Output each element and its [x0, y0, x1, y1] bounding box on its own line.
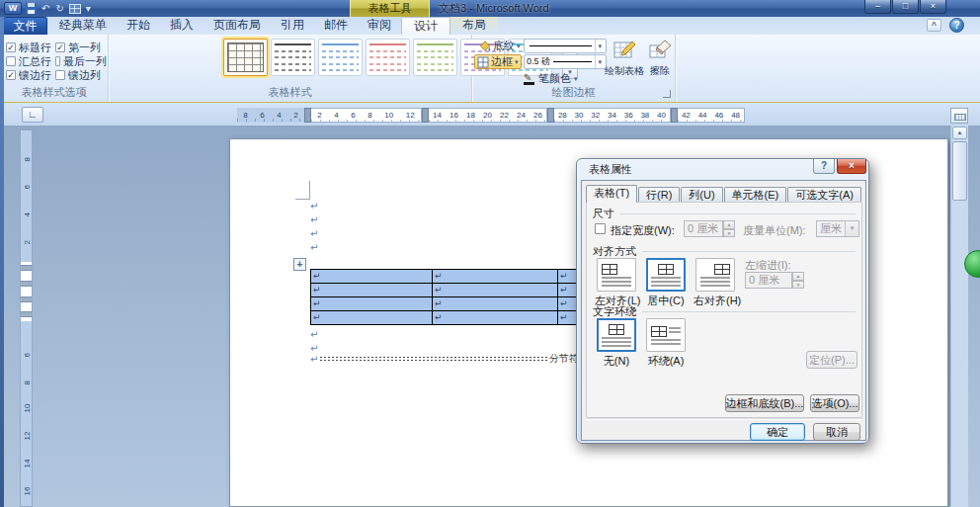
checkbox-icon[interactable]: ✓	[55, 42, 65, 52]
borders-dropdown-icon[interactable]: ▾	[515, 58, 519, 66]
table-column-marker[interactable]	[547, 108, 554, 123]
checkbox-icon[interactable]: ✓	[6, 42, 16, 52]
vertical-scrollbar[interactable]: ▲	[950, 126, 968, 507]
undo-icon[interactable]: ↶	[41, 2, 50, 15]
table-row-marker[interactable]	[21, 265, 32, 271]
qat-customize-dropdown-icon[interactable]: ▾	[85, 2, 92, 15]
ok-button[interactable]: 确定	[750, 423, 805, 441]
width-value-field[interactable]: 0 厘米	[684, 220, 723, 237]
minimize-ribbon-icon[interactable]: ^	[927, 19, 941, 32]
dialog-close-icon[interactable]: ×	[837, 159, 866, 174]
help-icon[interactable]: ?	[949, 18, 964, 33]
line-weight-combo[interactable]: 0.5 磅 ▾	[524, 54, 607, 69]
file-tab[interactable]: 文件	[3, 17, 47, 35]
dialog-launcher-icon[interactable]	[663, 90, 671, 98]
alignment-option[interactable]: 左对齐(L)	[595, 258, 638, 308]
line-style-combo[interactable]: ▾	[524, 39, 607, 53]
style-option[interactable]: ✓第一列	[55, 41, 107, 54]
draw-table-button[interactable]: 绘制表格	[603, 38, 646, 85]
qat-table-icon[interactable]	[69, 4, 81, 14]
style-option[interactable]: 镶边列	[55, 68, 107, 82]
cancel-button[interactable]: 取消	[813, 423, 860, 441]
dialog-tab[interactable]: 列(U)	[681, 187, 722, 203]
measure-unit-dropdown-icon[interactable]: ▼	[845, 221, 858, 236]
dialog-help-icon[interactable]: ?	[813, 159, 835, 174]
alignment-option[interactable]: 右对齐(H)	[694, 258, 737, 308]
borders-button[interactable]: 边框 ▾	[474, 54, 522, 69]
table-cell[interactable]: ↵	[311, 284, 433, 297]
table-cell[interactable]: ↵	[433, 311, 558, 325]
alignment-option-tile[interactable]	[695, 258, 735, 292]
checkbox-icon[interactable]	[6, 56, 16, 66]
table-column-marker[interactable]	[422, 108, 429, 123]
ribbon-tab[interactable]: 审阅	[358, 17, 401, 35]
ribbon-tab[interactable]: 经典菜单	[49, 17, 117, 35]
borders-and-shading-button[interactable]: 边框和底纹(B)...	[725, 394, 804, 412]
table-style-light-shading-blue[interactable]	[318, 39, 363, 76]
redo-icon[interactable]: ↻	[54, 2, 64, 15]
wrapping-option[interactable]: 无(N)	[595, 318, 638, 369]
tab-stop-selector[interactable]: ∟	[22, 107, 43, 123]
table-row-marker[interactable]	[21, 281, 32, 287]
ribbon-tab[interactable]: 邮件	[314, 17, 358, 35]
ribbon-tab[interactable]: 插入	[160, 17, 204, 35]
options-button[interactable]: 选项(O)...	[810, 394, 859, 412]
table-properties-dialog[interactable]: 表格属性 ? × 表格(T)行(R)列(U)单元格(E)可选文字(A) 尺寸 指…	[576, 158, 869, 444]
table-row-marker[interactable]	[21, 311, 32, 317]
close-button[interactable]: ×	[920, 0, 946, 14]
table-move-handle[interactable]: +	[293, 258, 306, 271]
scroll-up-icon[interactable]: ▲	[952, 127, 967, 139]
maximize-button[interactable]: □	[892, 0, 919, 14]
table-column-marker[interactable]	[304, 108, 311, 123]
style-option[interactable]: ✓标题行	[6, 41, 55, 54]
table-column-marker[interactable]	[671, 108, 678, 123]
wrapping-option-tile[interactable]	[646, 318, 686, 352]
table-cell[interactable]: ↵	[433, 284, 558, 297]
save-icon[interactable]	[26, 3, 37, 14]
table-cell[interactable]: ↵	[311, 311, 433, 325]
dialog-tab[interactable]: 行(R)	[638, 187, 680, 203]
table-style-light-shading-dark[interactable]	[271, 39, 315, 76]
contextual-tab[interactable]: 设计	[401, 17, 450, 35]
pen-color-dropdown-icon[interactable]: ▾	[574, 75, 578, 83]
ribbon-tab[interactable]: 引用	[271, 17, 314, 35]
dialog-tab[interactable]: 可选文字(A)	[787, 187, 861, 203]
table-style-table-grid[interactable]	[223, 39, 268, 76]
checkbox-icon[interactable]: ✓	[6, 70, 16, 80]
vertical-ruler[interactable]: 86426810121416	[20, 129, 33, 507]
table-cell[interactable]: ↵	[433, 297, 558, 311]
pen-color-button[interactable]: ✎ 笔颜色 ▾	[524, 71, 578, 86]
table-row-marker[interactable]	[21, 296, 32, 302]
measure-unit-combo[interactable]: 厘米 ▼	[816, 220, 859, 237]
eraser-button[interactable]: 擦除	[646, 38, 674, 85]
wrapping-option-tile[interactable]	[597, 318, 636, 352]
style-option[interactable]: 最后一列	[55, 54, 107, 68]
alignment-option-tile[interactable]	[597, 258, 636, 292]
width-spinner[interactable]: ▲ ▼	[723, 220, 735, 237]
preferred-width-checkbox[interactable]	[595, 223, 606, 234]
style-option[interactable]: ✓镶边行	[6, 68, 55, 82]
dialog-tab[interactable]: 表格(T)	[586, 185, 637, 203]
checkbox-icon[interactable]	[55, 70, 65, 80]
alignment-option[interactable]: 居中(C)	[644, 258, 688, 308]
spin-down-icon[interactable]: ▼	[723, 229, 735, 238]
spin-up-icon[interactable]: ▲	[723, 220, 735, 229]
shading-dropdown-icon[interactable]: ▾	[517, 42, 521, 50]
scrollbar-thumb[interactable]	[952, 141, 967, 201]
checkbox-icon[interactable]	[55, 56, 60, 66]
minimize-button[interactable]: –	[864, 0, 891, 14]
shading-button[interactable]: 底纹 ▾	[476, 39, 524, 53]
ribbon-tab[interactable]: 开始	[117, 17, 160, 35]
alignment-option-tile[interactable]	[646, 258, 686, 292]
table-cell[interactable]: ↵	[311, 270, 433, 284]
ruler-toggle-button[interactable]	[950, 108, 968, 124]
contextual-tab[interactable]: 布局	[450, 17, 498, 35]
style-option[interactable]: 汇总行	[6, 54, 55, 68]
horizontal-ruler[interactable]: 8642246810121416182022242628303234363840…	[237, 108, 745, 123]
word-logo-icon[interactable]: W	[4, 2, 22, 15]
ribbon-tab[interactable]: 页面布局	[204, 17, 271, 35]
table-style-light-shading-red[interactable]	[366, 39, 410, 76]
table-cell[interactable]: ↵	[311, 297, 433, 311]
wrapping-option[interactable]: 环绕(A)	[644, 318, 688, 369]
table-style-light-shading-green[interactable]	[413, 39, 457, 76]
